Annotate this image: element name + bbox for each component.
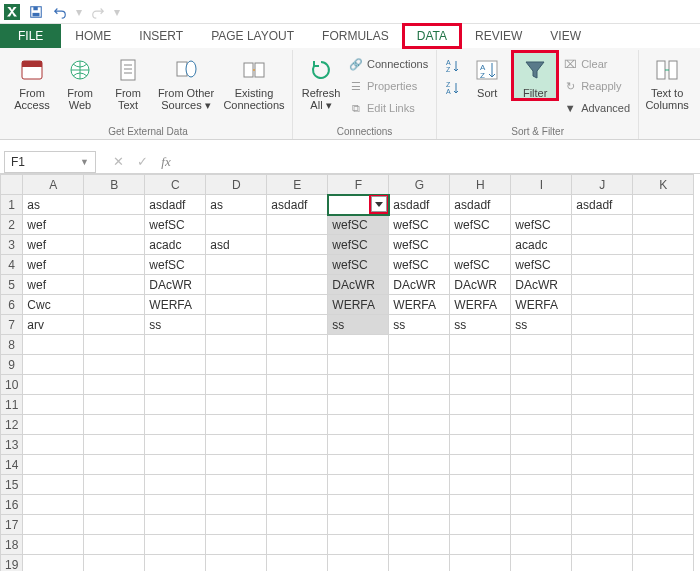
advanced-filter-button[interactable]: ▼Advanced — [561, 98, 632, 118]
cell[interactable]: DAcWR — [511, 275, 572, 295]
cell[interactable] — [450, 235, 511, 255]
cell[interactable]: DAcWR — [389, 275, 450, 295]
cell[interactable]: wef — [23, 255, 84, 275]
cell[interactable] — [511, 335, 572, 355]
cell[interactable]: WERFA — [389, 295, 450, 315]
row-header[interactable]: 3 — [1, 235, 23, 255]
cell[interactable] — [145, 415, 206, 435]
cell[interactable] — [633, 195, 694, 215]
cell[interactable] — [511, 475, 572, 495]
cell[interactable]: ss — [145, 315, 206, 335]
cell[interactable] — [267, 415, 328, 435]
column-header[interactable]: J — [572, 175, 633, 195]
cell[interactable] — [511, 355, 572, 375]
refresh-all-button[interactable]: Refresh All ▾ — [299, 52, 343, 111]
cell[interactable] — [84, 315, 145, 335]
cell[interactable] — [633, 395, 694, 415]
cell[interactable] — [206, 495, 267, 515]
cell[interactable] — [23, 495, 84, 515]
cell[interactable] — [145, 515, 206, 535]
cell[interactable] — [206, 355, 267, 375]
cell[interactable] — [84, 355, 145, 375]
cell[interactable] — [633, 215, 694, 235]
sort-desc-button[interactable]: ZA — [443, 78, 461, 98]
cell[interactable] — [389, 515, 450, 535]
cell[interactable]: acadc — [145, 235, 206, 255]
cell[interactable]: Cwc — [23, 295, 84, 315]
cell[interactable] — [389, 375, 450, 395]
cell[interactable]: wefSC — [145, 215, 206, 235]
cell[interactable] — [633, 515, 694, 535]
cell[interactable] — [145, 355, 206, 375]
cell[interactable] — [23, 375, 84, 395]
cell[interactable] — [572, 355, 633, 375]
cell[interactable] — [389, 535, 450, 555]
cell[interactable] — [23, 555, 84, 572]
cell[interactable] — [267, 215, 328, 235]
cell[interactable] — [84, 235, 145, 255]
cell[interactable]: wef — [23, 215, 84, 235]
cell[interactable]: WERFA — [450, 295, 511, 315]
cell[interactable] — [23, 335, 84, 355]
cell[interactable] — [267, 255, 328, 275]
tab-insert[interactable]: INSERT — [125, 24, 197, 48]
cell[interactable]: as — [206, 195, 267, 215]
row-header[interactable]: 16 — [1, 495, 23, 515]
cell[interactable] — [328, 515, 389, 535]
cell[interactable]: wef — [23, 275, 84, 295]
cell[interactable] — [511, 535, 572, 555]
cell[interactable]: ss — [450, 315, 511, 335]
cell[interactable]: arv — [23, 315, 84, 335]
qat-customize-icon[interactable]: ▾ — [114, 5, 120, 19]
cell[interactable] — [23, 415, 84, 435]
cell[interactable] — [84, 295, 145, 315]
cell[interactable] — [572, 535, 633, 555]
worksheet-grid[interactable]: ABCDEFGHIJK 1asasdadfasasdadfasdadfasdad… — [0, 174, 700, 571]
column-header[interactable]: C — [145, 175, 206, 195]
cell[interactable] — [206, 295, 267, 315]
row-header[interactable]: 14 — [1, 455, 23, 475]
row-header[interactable]: 18 — [1, 535, 23, 555]
cell[interactable] — [633, 235, 694, 255]
row-header[interactable]: 15 — [1, 475, 23, 495]
cell[interactable]: wefSC — [511, 215, 572, 235]
cell[interactable] — [389, 455, 450, 475]
cell[interactable] — [633, 435, 694, 455]
cell[interactable]: DAcWR — [328, 275, 389, 295]
cell[interactable] — [23, 475, 84, 495]
cell[interactable]: DAcWR — [145, 275, 206, 295]
cell[interactable] — [145, 535, 206, 555]
cell[interactable] — [633, 275, 694, 295]
cell[interactable] — [389, 475, 450, 495]
cell[interactable] — [328, 355, 389, 375]
cell[interactable] — [450, 555, 511, 572]
cell[interactable] — [206, 455, 267, 475]
cell[interactable] — [267, 375, 328, 395]
cell[interactable] — [23, 435, 84, 455]
cell[interactable]: acadc — [511, 235, 572, 255]
cell[interactable] — [572, 435, 633, 455]
cell[interactable] — [633, 495, 694, 515]
from-access-button[interactable]: From Access — [10, 52, 54, 111]
cell[interactable] — [572, 515, 633, 535]
cell[interactable] — [572, 255, 633, 275]
cell[interactable] — [206, 375, 267, 395]
column-header[interactable]: H — [450, 175, 511, 195]
cell[interactable] — [633, 475, 694, 495]
row-header[interactable]: 6 — [1, 295, 23, 315]
cell[interactable] — [267, 535, 328, 555]
chevron-down-icon[interactable]: ▼ — [80, 157, 89, 167]
existing-connections-button[interactable]: Existing Connections — [222, 52, 286, 111]
cell[interactable] — [328, 195, 389, 215]
tab-view[interactable]: VIEW — [536, 24, 595, 48]
tab-formulas[interactable]: FORMULAS — [308, 24, 403, 48]
cell[interactable] — [450, 335, 511, 355]
cell[interactable] — [511, 375, 572, 395]
cell[interactable] — [633, 555, 694, 572]
column-header[interactable]: G — [389, 175, 450, 195]
cell[interactable] — [328, 335, 389, 355]
cell[interactable] — [84, 495, 145, 515]
cell[interactable]: asdadf — [572, 195, 633, 215]
cell[interactable] — [145, 395, 206, 415]
cell[interactable] — [267, 395, 328, 415]
